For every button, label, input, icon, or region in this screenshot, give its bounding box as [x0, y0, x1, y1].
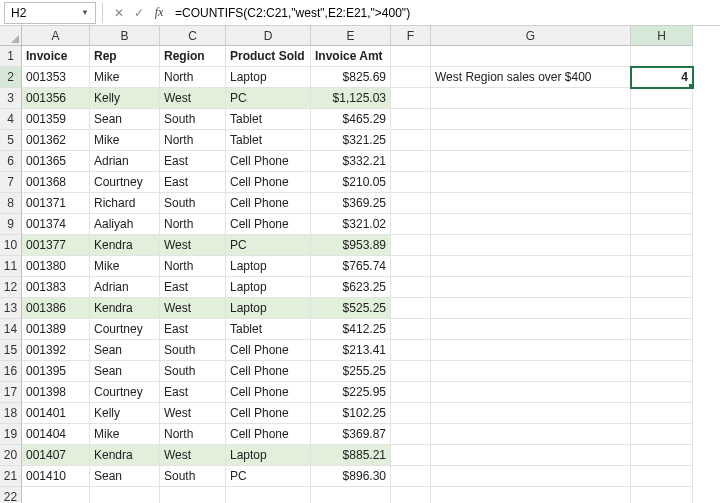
cell-E3[interactable]: $1,125.03 [311, 88, 391, 109]
formula-input[interactable]: =COUNTIFS(C2:C21,"west",E2:E21,">400") [169, 3, 716, 23]
cell-F11[interactable] [391, 256, 431, 277]
cell-D3[interactable]: PC [226, 88, 311, 109]
cell-B13[interactable]: Kendra [90, 298, 160, 319]
cell-F10[interactable] [391, 235, 431, 256]
row-header-12[interactable]: 12 [0, 277, 22, 298]
cell-B14[interactable]: Courtney [90, 319, 160, 340]
cell-H13[interactable] [631, 298, 693, 319]
cell-E12[interactable]: $623.25 [311, 277, 391, 298]
cell-F22[interactable] [391, 487, 431, 503]
row-header-6[interactable]: 6 [0, 151, 22, 172]
cell-E13[interactable]: $525.25 [311, 298, 391, 319]
cell-A12[interactable]: 001383 [22, 277, 90, 298]
cell-G21[interactable] [431, 466, 631, 487]
cell-G13[interactable] [431, 298, 631, 319]
cell-F12[interactable] [391, 277, 431, 298]
cell-E10[interactable]: $953.89 [311, 235, 391, 256]
name-box[interactable]: H2 ▼ [4, 2, 96, 24]
cell-D12[interactable]: Laptop [226, 277, 311, 298]
cell-B19[interactable]: Mike [90, 424, 160, 445]
cell-G20[interactable] [431, 445, 631, 466]
cell-A7[interactable]: 001368 [22, 172, 90, 193]
cell-C12[interactable]: East [160, 277, 226, 298]
cell-F17[interactable] [391, 382, 431, 403]
row-header-7[interactable]: 7 [0, 172, 22, 193]
cell-H2[interactable]: 4 [631, 67, 693, 88]
cancel-formula-icon[interactable]: ✕ [109, 3, 129, 23]
cell-F4[interactable] [391, 109, 431, 130]
cell-A11[interactable]: 001380 [22, 256, 90, 277]
cell-G22[interactable] [431, 487, 631, 503]
cell-E2[interactable]: $825.69 [311, 67, 391, 88]
cell-A2[interactable]: 001353 [22, 67, 90, 88]
cell-B9[interactable]: Aaliyah [90, 214, 160, 235]
cell-E18[interactable]: $102.25 [311, 403, 391, 424]
cell-B3[interactable]: Kelly [90, 88, 160, 109]
cell-A20[interactable]: 001407 [22, 445, 90, 466]
cell-C18[interactable]: West [160, 403, 226, 424]
cell-C20[interactable]: West [160, 445, 226, 466]
cell-G7[interactable] [431, 172, 631, 193]
cell-F9[interactable] [391, 214, 431, 235]
cell-C11[interactable]: North [160, 256, 226, 277]
cell-A15[interactable]: 001392 [22, 340, 90, 361]
row-header-15[interactable]: 15 [0, 340, 22, 361]
cell-G12[interactable] [431, 277, 631, 298]
cell-G18[interactable] [431, 403, 631, 424]
cell-F15[interactable] [391, 340, 431, 361]
cell-H14[interactable] [631, 319, 693, 340]
cell-H6[interactable] [631, 151, 693, 172]
cell-A1[interactable]: Invoice [22, 46, 90, 67]
row-header-5[interactable]: 5 [0, 130, 22, 151]
row-header-21[interactable]: 21 [0, 466, 22, 487]
cell-G14[interactable] [431, 319, 631, 340]
cell-C13[interactable]: West [160, 298, 226, 319]
cell-B22[interactable] [90, 487, 160, 503]
cell-B2[interactable]: Mike [90, 67, 160, 88]
cell-E7[interactable]: $210.05 [311, 172, 391, 193]
cell-C1[interactable]: Region [160, 46, 226, 67]
cell-D16[interactable]: Cell Phone [226, 361, 311, 382]
cell-A18[interactable]: 001401 [22, 403, 90, 424]
cell-H7[interactable] [631, 172, 693, 193]
cell-A8[interactable]: 001371 [22, 193, 90, 214]
cell-G9[interactable] [431, 214, 631, 235]
cell-E11[interactable]: $765.74 [311, 256, 391, 277]
cell-G1[interactable] [431, 46, 631, 67]
cell-C21[interactable]: South [160, 466, 226, 487]
cell-A22[interactable] [22, 487, 90, 503]
cell-B15[interactable]: Sean [90, 340, 160, 361]
cell-D20[interactable]: Laptop [226, 445, 311, 466]
cell-A9[interactable]: 001374 [22, 214, 90, 235]
cell-C15[interactable]: South [160, 340, 226, 361]
cell-A13[interactable]: 001386 [22, 298, 90, 319]
cell-E16[interactable]: $255.25 [311, 361, 391, 382]
cell-H19[interactable] [631, 424, 693, 445]
name-box-dropdown-icon[interactable]: ▼ [81, 8, 89, 17]
cell-F16[interactable] [391, 361, 431, 382]
row-header-19[interactable]: 19 [0, 424, 22, 445]
cell-F5[interactable] [391, 130, 431, 151]
cell-E6[interactable]: $332.21 [311, 151, 391, 172]
cell-D21[interactable]: PC [226, 466, 311, 487]
cell-F13[interactable] [391, 298, 431, 319]
cell-F1[interactable] [391, 46, 431, 67]
cell-B7[interactable]: Courtney [90, 172, 160, 193]
cell-G17[interactable] [431, 382, 631, 403]
cell-E9[interactable]: $321.02 [311, 214, 391, 235]
row-header-9[interactable]: 9 [0, 214, 22, 235]
cell-H17[interactable] [631, 382, 693, 403]
row-header-13[interactable]: 13 [0, 298, 22, 319]
row-header-20[interactable]: 20 [0, 445, 22, 466]
row-header-16[interactable]: 16 [0, 361, 22, 382]
cell-B18[interactable]: Kelly [90, 403, 160, 424]
cell-G11[interactable] [431, 256, 631, 277]
cell-D2[interactable]: Laptop [226, 67, 311, 88]
cell-G15[interactable] [431, 340, 631, 361]
cell-B10[interactable]: Kendra [90, 235, 160, 256]
col-header-F[interactable]: F [391, 26, 431, 46]
col-header-G[interactable]: G [431, 26, 631, 46]
cell-B16[interactable]: Sean [90, 361, 160, 382]
cell-A5[interactable]: 001362 [22, 130, 90, 151]
cell-C16[interactable]: South [160, 361, 226, 382]
